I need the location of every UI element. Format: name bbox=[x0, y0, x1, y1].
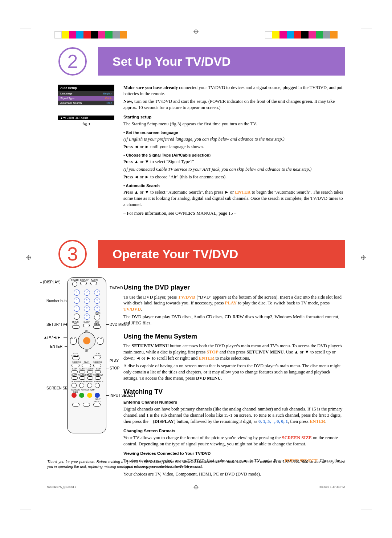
callout-number: Number buttons bbox=[46, 299, 65, 303]
section-3-title: Operate Your TV/DVD bbox=[113, 247, 238, 261]
callout-enter: ENTER bbox=[50, 344, 62, 348]
registration-mark-icon bbox=[361, 255, 366, 260]
section-2-header: 2 Set Up Your TV/DVD bbox=[47, 47, 345, 76]
crop-mark bbox=[31, 17, 31, 28]
callout-input: INPUT SELECT bbox=[110, 393, 126, 397]
crop-mark bbox=[361, 510, 361, 521]
registration-mark-icon bbox=[26, 255, 31, 260]
crop-mark bbox=[361, 510, 372, 510]
color-bar bbox=[54, 31, 127, 39]
callout-play: PLAY bbox=[110, 359, 119, 363]
crop-mark bbox=[31, 510, 31, 521]
auto-setup-footer: ▲▼: Select ◄►: Adjust bbox=[58, 116, 114, 120]
callout-arrows: ▲/▼/◄/► bbox=[44, 335, 61, 339]
callout-screen: SCREEN SIZE bbox=[46, 386, 65, 390]
watching-tv-heading: Watching TV bbox=[123, 387, 345, 396]
using-menu-heading: Using the Menu System bbox=[123, 332, 345, 341]
callout-dvdmenu: DVD MENU bbox=[110, 323, 124, 327]
figure-caption: fig.3 bbox=[58, 122, 114, 126]
footer-timestamp: 6/12/09 1:47:44 PM bbox=[319, 485, 345, 489]
crop-mark bbox=[361, 28, 372, 28]
registration-mark-icon bbox=[193, 29, 199, 34]
color-bar bbox=[265, 31, 338, 39]
auto-setup-title: Auto Setup bbox=[58, 85, 114, 91]
section-3-body: Using the DVD player To use the DVD play… bbox=[123, 277, 345, 479]
crop-mark bbox=[20, 510, 31, 510]
step-number-3: 3 bbox=[58, 240, 87, 268]
callout-setup: SETUP/ TV MENU bbox=[46, 323, 65, 327]
step-number-2: 2 bbox=[58, 47, 87, 76]
callout-stop: STOP bbox=[110, 366, 119, 370]
crop-mark bbox=[361, 17, 361, 28]
section-2-body: Make sure you have already connected you… bbox=[123, 85, 345, 218]
auto-setup-figure: Auto Setup LanguageEnglishSignal TypeCab… bbox=[58, 85, 114, 120]
section-3-header: 3 Operate Your TV/DVD bbox=[47, 240, 345, 268]
footer-filename: 52D/3207A_QS.indd 2 bbox=[47, 485, 76, 489]
remote-illustration: – (DISPLAY) Number buttons SETUP/ TV MEN… bbox=[47, 277, 123, 437]
callout-tvdvd: TV/DVD bbox=[110, 286, 123, 290]
section-2-title: Set Up Your TV/DVD bbox=[113, 54, 231, 69]
purchase-footnote: Thank you for your purchase. Before maki… bbox=[47, 460, 345, 469]
callout-display: – (DISPLAY) bbox=[40, 280, 61, 284]
using-dvd-heading: Using the DVD player bbox=[123, 283, 345, 292]
crop-mark bbox=[20, 28, 31, 28]
